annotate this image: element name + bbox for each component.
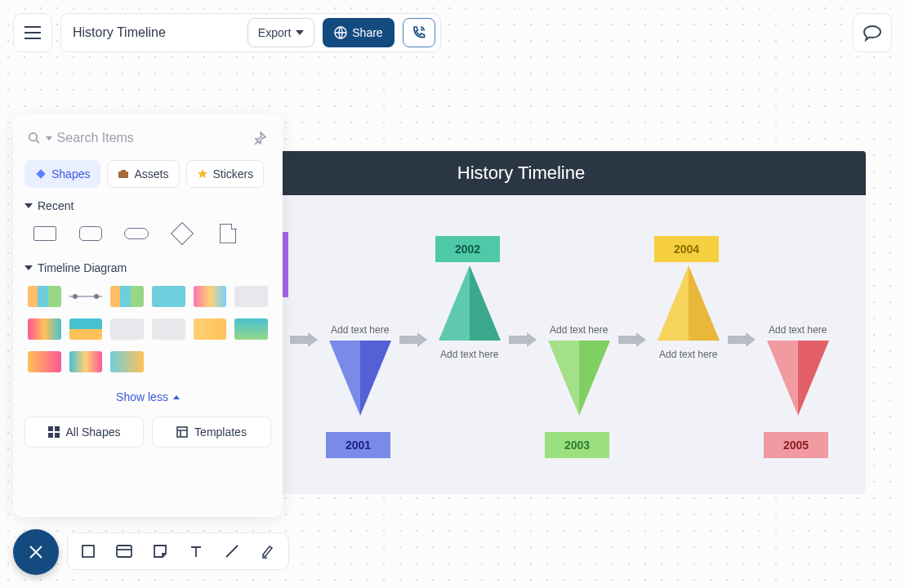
svg-point-1 (29, 133, 38, 141)
timeline-text[interactable]: Add text here (440, 349, 498, 360)
tool-card[interactable] (112, 539, 136, 564)
search-field[interactable] (25, 126, 248, 150)
shape-rounded-rectangle[interactable] (77, 224, 105, 243)
template-thumb[interactable] (194, 286, 227, 307)
call-button[interactable] (403, 18, 435, 47)
template-thumb[interactable] (28, 351, 61, 372)
timeline-year[interactable]: 2001 (326, 432, 390, 458)
menu-button[interactable] (13, 13, 52, 52)
tab-shapes-label: Shapes (51, 167, 90, 180)
show-less-label: Show less (116, 390, 168, 403)
chat-icon (863, 24, 882, 42)
chevron-down-icon (25, 265, 33, 270)
timeline-triangle[interactable] (439, 265, 470, 341)
square-icon (80, 543, 96, 559)
timeline-arrow[interactable] (509, 332, 537, 347)
shape-rectangle[interactable] (31, 224, 59, 243)
timeline-text[interactable]: Add text here (659, 349, 717, 360)
timeline-triangle[interactable] (360, 341, 391, 416)
timeline-year[interactable]: 2003 (545, 432, 609, 458)
panel-tabs: Shapes Assets Stickers (25, 160, 271, 188)
section-recent-label: Recent (38, 199, 74, 212)
template-thumb[interactable] (194, 318, 227, 340)
chevron-down-icon (296, 30, 304, 35)
document-title[interactable]: History Timeline (73, 25, 239, 40)
timeline-arrow[interactable] (618, 332, 646, 347)
template-thumb[interactable] (152, 318, 185, 340)
close-icon (28, 544, 44, 560)
timeline-text[interactable]: Add text here (769, 324, 827, 336)
template-thumb[interactable] (234, 318, 268, 340)
svg-rect-9 (177, 427, 187, 437)
share-button[interactable]: Share (323, 18, 394, 47)
template-thumb[interactable] (110, 318, 144, 340)
tool-tray (67, 532, 289, 570)
hamburger-icon (25, 26, 41, 39)
template-thumb[interactable] (69, 351, 103, 372)
svg-rect-7 (48, 433, 53, 438)
export-button[interactable]: Export (247, 18, 314, 47)
timeline-year[interactable]: 2005 (764, 432, 828, 458)
all-shapes-button[interactable]: All Shapes (25, 416, 144, 448)
template-thumb[interactable] (69, 318, 103, 340)
timeline-arrow[interactable] (290, 332, 318, 347)
timeline-triangle[interactable] (548, 341, 579, 416)
tool-highlight[interactable] (256, 539, 280, 564)
comment-button[interactable] (853, 13, 892, 52)
show-less-button[interactable]: Show less (25, 390, 271, 403)
tool-line[interactable] (220, 539, 244, 564)
template-thumb[interactable] (110, 286, 144, 307)
timeline-triangle[interactable] (767, 341, 798, 416)
chevron-up-icon (173, 395, 180, 399)
templates-label: Templates (194, 425, 247, 439)
briefcase-icon (118, 169, 129, 179)
timeline-text[interactable]: Add text here (550, 324, 608, 336)
tab-shapes[interactable]: Shapes (25, 160, 100, 188)
recent-shapes (25, 220, 271, 255)
template-thumb[interactable] (110, 351, 144, 372)
template-thumb[interactable] (28, 286, 61, 307)
timeline-year[interactable]: 2004 (654, 236, 719, 262)
timeline-triangle[interactable] (579, 341, 610, 416)
search-input[interactable] (57, 131, 245, 145)
tab-assets[interactable]: Assets (107, 160, 179, 188)
timeline-arrow[interactable] (728, 332, 756, 347)
tab-stickers-label: Stickers (213, 167, 254, 180)
card-icon (115, 544, 133, 559)
all-shapes-label: All Shapes (66, 425, 121, 439)
section-recent[interactable]: Recent (25, 199, 271, 212)
text-icon (189, 544, 203, 559)
tool-text[interactable] (184, 539, 208, 564)
timeline-triangle[interactable] (329, 341, 360, 416)
tab-assets-label: Assets (134, 167, 168, 180)
template-icon (176, 426, 188, 438)
template-thumb[interactable] (234, 286, 268, 307)
shape-page[interactable] (214, 224, 242, 243)
template-thumb[interactable] (152, 286, 185, 307)
timeline-triangle[interactable] (689, 265, 720, 341)
close-fab[interactable] (13, 529, 59, 575)
shape-pill[interactable] (123, 224, 150, 243)
tool-note[interactable] (148, 539, 172, 564)
svg-rect-5 (48, 426, 53, 431)
timeline-triangle[interactable] (798, 341, 829, 416)
grid-icon (48, 426, 60, 438)
tab-stickers[interactable]: Stickers (186, 160, 265, 188)
timeline-triangle[interactable] (470, 265, 501, 341)
timeline-arrow[interactable] (399, 332, 427, 347)
templates-button[interactable]: Templates (152, 416, 271, 448)
timeline-text[interactable]: Add text here (331, 324, 389, 336)
timeline-year[interactable]: 2002 (435, 236, 500, 262)
pin-button[interactable] (248, 127, 271, 149)
timeline-triangle[interactable] (658, 265, 689, 341)
pin-icon (253, 131, 266, 145)
globe-icon (334, 26, 347, 39)
shape-diamond[interactable] (168, 224, 196, 243)
section-timeline-diagram[interactable]: Timeline Diagram (25, 261, 271, 274)
highlighter-icon (260, 543, 276, 559)
tool-rectangle[interactable] (76, 539, 100, 564)
svg-rect-8 (55, 433, 60, 438)
template-thumb[interactable] (28, 318, 61, 340)
template-thumb[interactable] (69, 286, 103, 307)
chevron-down-icon (46, 136, 52, 140)
